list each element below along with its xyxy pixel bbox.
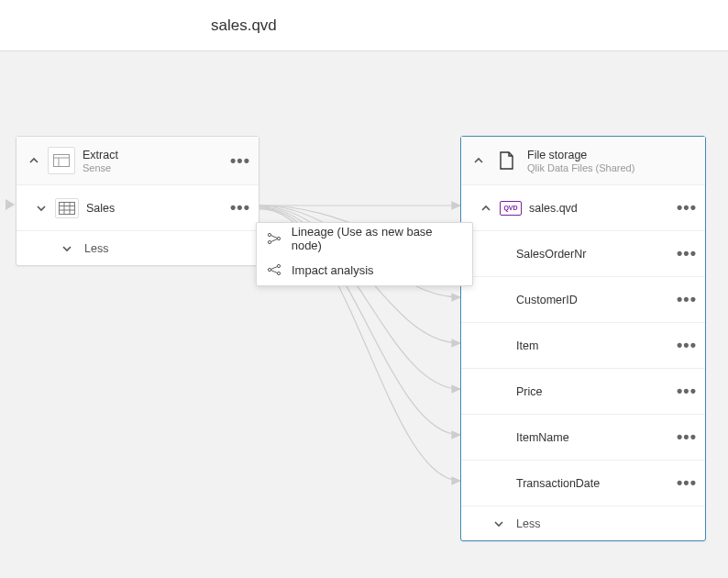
chevron-down-icon xyxy=(57,239,77,259)
field-menu-button[interactable]: ••• xyxy=(676,381,698,403)
source-header-menu-button[interactable]: ••• xyxy=(229,150,251,172)
svg-point-13 xyxy=(277,272,280,274)
chevron-down-icon xyxy=(489,514,509,534)
field-name: ItemName xyxy=(516,431,676,444)
lineage-icon xyxy=(266,230,282,247)
source-table-row[interactable]: Sales ••• xyxy=(17,184,259,230)
field-menu-button[interactable]: ••• xyxy=(676,289,698,311)
field-menu-button[interactable]: ••• xyxy=(676,243,698,265)
page-title: sales.qvd xyxy=(211,17,277,35)
field-name: CustomerID xyxy=(516,294,676,306)
menu-item-lineage[interactable]: Lineage (Use as new base node) xyxy=(257,223,472,254)
target-file-menu-button[interactable]: ••• xyxy=(676,197,698,219)
field-row[interactable]: TransactionDate ••• xyxy=(461,460,705,506)
file-icon xyxy=(492,147,520,174)
field-name: Price xyxy=(516,385,676,398)
field-name: SalesOrderNr xyxy=(516,248,676,261)
field-menu-button[interactable]: ••• xyxy=(676,335,698,357)
svg-point-11 xyxy=(268,268,270,271)
context-menu: Lineage (Use as new base node) Impact an… xyxy=(256,222,473,286)
chevron-down-icon[interactable] xyxy=(31,198,51,218)
page-header: sales.qvd xyxy=(0,0,728,51)
svg-rect-0 xyxy=(54,155,70,167)
target-file-name: sales.qvd xyxy=(529,202,676,215)
target-less-label: Less xyxy=(516,517,540,530)
qvd-badge-icon: QVD xyxy=(500,201,522,216)
source-subtitle: Sense xyxy=(83,162,229,173)
svg-point-12 xyxy=(277,264,280,267)
chevron-up-icon[interactable] xyxy=(24,150,44,171)
source-title: Extract xyxy=(83,149,229,161)
target-title: File storage xyxy=(527,149,698,161)
field-name: TransactionDate xyxy=(516,477,676,490)
lineage-canvas: Extract Sense ••• Sales ••• Less xyxy=(0,51,728,578)
svg-point-9 xyxy=(268,240,270,243)
menu-item-impact[interactable]: Impact analysis xyxy=(257,254,472,285)
svg-rect-3 xyxy=(60,202,75,214)
chevron-up-icon[interactable] xyxy=(469,150,489,171)
chevron-up-icon[interactable] xyxy=(476,198,496,218)
impact-icon xyxy=(266,261,282,278)
source-table-menu-button[interactable]: ••• xyxy=(229,197,251,219)
target-less-row[interactable]: Less xyxy=(461,506,705,540)
source-card: Extract Sense ••• Sales ••• Less xyxy=(16,136,259,266)
menu-item-label: Lineage (Use as new base node) xyxy=(292,225,463,252)
source-less-row[interactable]: Less xyxy=(17,230,259,265)
target-subtitle: Qlik Data Files (Shared) xyxy=(527,162,698,173)
source-table-name: Sales xyxy=(86,202,229,215)
field-menu-button[interactable]: ••• xyxy=(676,427,698,449)
svg-point-10 xyxy=(277,237,280,239)
field-row[interactable]: CustomerID ••• xyxy=(461,276,705,322)
target-card: File storage Qlik Data Files (Shared) QV… xyxy=(460,136,706,541)
field-row[interactable]: Item ••• xyxy=(461,322,705,368)
field-row[interactable]: ItemName ••• xyxy=(461,414,705,460)
svg-point-8 xyxy=(268,233,270,236)
table-icon xyxy=(55,198,79,218)
target-file-row[interactable]: QVD sales.qvd ••• xyxy=(461,184,705,230)
source-card-header[interactable]: Extract Sense ••• xyxy=(17,137,259,184)
field-row[interactable]: SalesOrderNr ••• xyxy=(461,230,705,276)
app-icon xyxy=(48,147,75,174)
menu-item-label: Impact analysis xyxy=(292,263,374,277)
incoming-edge-arrow xyxy=(6,199,15,210)
source-less-label: Less xyxy=(84,242,108,255)
field-row[interactable]: Price ••• xyxy=(461,368,705,414)
target-card-header[interactable]: File storage Qlik Data Files (Shared) xyxy=(461,137,705,184)
field-name: Item xyxy=(516,339,676,352)
field-menu-button[interactable]: ••• xyxy=(676,472,698,495)
